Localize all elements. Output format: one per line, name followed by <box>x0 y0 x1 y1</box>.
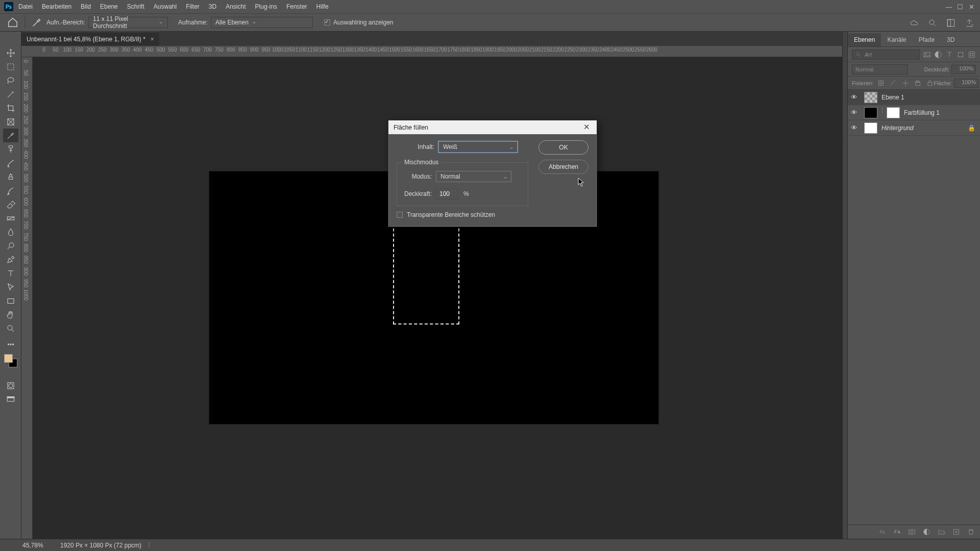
menu-item[interactable]: 3D <box>209 3 216 10</box>
healing-brush-tool[interactable] <box>3 142 18 156</box>
layer-fill-input[interactable]: 100% <box>954 79 978 88</box>
clone-stamp-tool[interactable] <box>3 170 18 184</box>
opacity-input[interactable]: 100 <box>436 188 458 199</box>
menu-item[interactable]: Datei <box>18 3 33 10</box>
magic-wand-tool[interactable] <box>3 87 18 101</box>
filter-type-icon[interactable] <box>945 51 953 59</box>
sample-range-dropdown[interactable]: 11 x 11 Pixel Durchschnitt <box>88 17 168 28</box>
menu-item[interactable]: Bild <box>81 3 91 10</box>
layer-row[interactable]: 👁Hintergrund🔒 <box>848 120 980 136</box>
fill-content-dropdown[interactable]: Weiß⌄ <box>438 141 518 153</box>
panel-divider[interactable] <box>842 32 847 539</box>
fx-icon[interactable] <box>893 528 901 536</box>
lock-nested-icon[interactable] <box>914 80 921 87</box>
crop-tool[interactable] <box>3 101 18 115</box>
menu-item[interactable]: Ansicht <box>226 3 246 10</box>
layer-thumbnail[interactable] <box>864 92 877 103</box>
layer-thumbnail[interactable] <box>864 107 877 118</box>
path-selection-tool[interactable] <box>3 280 18 294</box>
ok-button[interactable]: OK <box>538 140 589 155</box>
lock-pixels-icon[interactable] <box>890 80 897 87</box>
zoom-tool[interactable] <box>3 321 18 335</box>
hand-tool[interactable] <box>3 308 18 321</box>
menu-item[interactable]: Plug-ins <box>255 3 277 10</box>
eyedropper-icon[interactable] <box>31 17 42 28</box>
trash-icon[interactable] <box>967 528 975 536</box>
marquee-tool[interactable] <box>3 60 18 73</box>
show-sampling-ring-checkbox[interactable]: Auswahlring anzeigen <box>324 19 393 26</box>
close-icon[interactable]: ✕ <box>583 122 593 132</box>
menu-item[interactable]: Schrift <box>127 3 144 10</box>
lasso-tool[interactable] <box>3 73 18 87</box>
menu-item[interactable]: Fenster <box>286 3 307 10</box>
brush-tool[interactable] <box>3 156 18 170</box>
screen-mode-icon[interactable] <box>3 392 18 406</box>
adjustment-layer-icon[interactable] <box>923 528 930 536</box>
search-icon[interactable] <box>928 18 937 28</box>
filter-adjustment-icon[interactable] <box>934 51 942 59</box>
rectangle-tool[interactable] <box>3 294 18 308</box>
workspace-icon[interactable] <box>946 18 955 28</box>
layer-name[interactable]: Hintergrund <box>881 124 964 132</box>
dodge-tool[interactable] <box>3 239 18 253</box>
group-icon[interactable] <box>938 528 945 536</box>
menu-item[interactable]: Ebene <box>100 3 118 10</box>
pen-tool[interactable] <box>3 253 18 266</box>
zoom-level[interactable]: 45,78% <box>22 542 53 549</box>
share-icon[interactable] <box>965 18 974 28</box>
lock-transparency-icon[interactable] <box>877 80 885 87</box>
filter-shape-icon[interactable] <box>957 51 965 59</box>
menu-item[interactable]: Hilfe <box>316 3 329 10</box>
edit-toolbar-icon[interactable] <box>3 337 18 351</box>
layer-name[interactable]: Farbfüllung 1 <box>904 109 976 116</box>
eyedropper-tool[interactable] <box>3 129 18 142</box>
preserve-transparency-checkbox[interactable]: Transparente Bereiche schützen <box>397 211 589 218</box>
tab-channels[interactable]: Kanäle <box>881 33 912 46</box>
layer-name[interactable]: Ebene 1 <box>881 94 976 101</box>
window-minimize-icon[interactable]: — <box>943 3 954 11</box>
visibility-toggle-icon[interactable]: 👁 <box>848 124 860 132</box>
layer-thumbnail[interactable] <box>887 107 900 118</box>
tab-3d[interactable]: 3D <box>941 33 961 46</box>
layer-row[interactable]: 👁Ebene 1 <box>848 90 980 105</box>
blend-mode-dropdown[interactable]: Normal <box>852 64 908 74</box>
close-icon[interactable]: × <box>151 36 154 43</box>
menu-item[interactable]: Filter <box>186 3 200 10</box>
quick-mask-icon[interactable] <box>3 379 18 392</box>
window-maximize-icon[interactable]: ☐ <box>954 3 966 11</box>
lock-all-icon[interactable] <box>926 80 934 87</box>
eraser-tool[interactable] <box>3 197 18 211</box>
gradient-tool[interactable] <box>3 211 18 225</box>
menu-item[interactable]: Auswahl <box>154 3 177 10</box>
dialog-titlebar[interactable]: Fläche füllen ✕ <box>388 120 597 134</box>
type-tool[interactable] <box>3 266 18 280</box>
home-icon[interactable] <box>7 17 18 28</box>
filter-image-icon[interactable] <box>923 51 931 59</box>
layer-thumbnail[interactable] <box>864 122 877 134</box>
layer-search-input[interactable]: Art <box>852 49 920 60</box>
link-layers-icon[interactable] <box>878 528 886 536</box>
layer-mask-icon[interactable] <box>908 528 916 536</box>
window-close-icon[interactable]: ✕ <box>966 3 977 11</box>
chevron-right-icon[interactable]: 〉 <box>148 541 154 549</box>
menu-item[interactable]: Bearbeiten <box>42 3 71 10</box>
tab-layers[interactable]: Ebenen <box>848 33 881 46</box>
layer-row[interactable]: 👁⋮Farbfüllung 1 <box>848 105 980 120</box>
lock-position-icon[interactable] <box>902 80 909 87</box>
document-tab[interactable]: Unbenannt-1 bei 45,8% (Ebene 1, RGB/8) *… <box>21 32 159 46</box>
mode-dropdown[interactable]: Normal⌄ <box>436 171 511 182</box>
cloud-icon[interactable] <box>910 18 919 28</box>
new-layer-icon[interactable] <box>952 528 960 536</box>
move-tool[interactable] <box>3 46 18 60</box>
doc-info[interactable]: 1920 Px × 1080 Px (72 ppcm) <box>60 542 141 549</box>
foreground-color[interactable] <box>4 354 13 363</box>
filter-smart-icon[interactable] <box>968 51 976 59</box>
history-brush-tool[interactable] <box>3 184 18 197</box>
blur-tool[interactable] <box>3 225 18 239</box>
sample-source-dropdown[interactable]: Alle Ebenen <box>211 17 313 28</box>
cancel-button[interactable]: Abbrechen <box>538 160 589 174</box>
lock-icon[interactable]: 🔒 <box>968 124 976 132</box>
tab-paths[interactable]: Pfade <box>913 33 941 46</box>
visibility-toggle-icon[interactable]: 👁 <box>848 93 860 101</box>
layer-opacity-input[interactable]: 100% <box>951 65 976 74</box>
